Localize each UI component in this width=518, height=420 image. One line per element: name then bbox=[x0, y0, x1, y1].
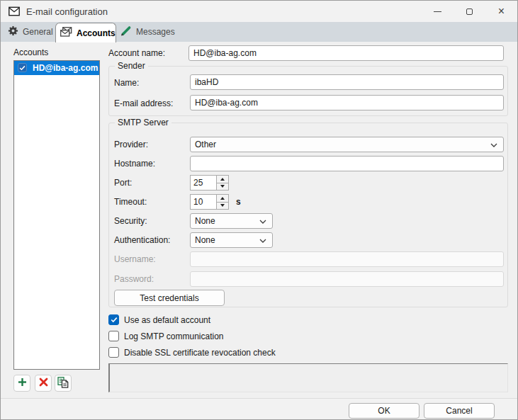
username-label: Username: bbox=[114, 254, 156, 264]
tab-accounts-label: Accounts bbox=[77, 28, 116, 38]
delete-x-icon bbox=[39, 378, 48, 389]
sender-legend: Sender bbox=[115, 61, 148, 71]
username-input bbox=[190, 251, 504, 267]
authentication-value: None bbox=[195, 235, 215, 245]
provider-value: Other bbox=[195, 140, 216, 149]
tab-general-label: General bbox=[23, 27, 53, 37]
sender-name-input[interactable] bbox=[190, 74, 504, 90]
port-stepper[interactable]: 25 bbox=[190, 175, 229, 191]
port-down-button[interactable] bbox=[217, 183, 228, 191]
accounts-envelope-icon bbox=[60, 27, 72, 39]
account-checked-icon[interactable] bbox=[18, 63, 27, 72]
minimize-icon bbox=[434, 11, 441, 12]
accounts-panel-header: Accounts bbox=[13, 47, 48, 57]
provider-select[interactable]: Other bbox=[190, 137, 504, 152]
tab-accounts[interactable]: Accounts bbox=[55, 23, 116, 42]
accounts-listbox[interactable]: HD@iba-ag.com bbox=[13, 60, 100, 370]
footer-bar: OK Cancel bbox=[1, 398, 517, 420]
timeout-label: Timeout: bbox=[114, 197, 147, 207]
timeout-value: 10 bbox=[191, 195, 216, 209]
timeout-down-button[interactable] bbox=[217, 203, 228, 210]
maximize-icon bbox=[466, 8, 473, 15]
check-icon bbox=[111, 317, 118, 323]
chevron-down-icon bbox=[259, 235, 266, 245]
close-icon: × bbox=[498, 6, 505, 17]
use-default-account-checkbox[interactable] bbox=[108, 314, 119, 325]
smtp-legend: SMTP Server bbox=[115, 118, 171, 127]
envelope-icon bbox=[9, 6, 20, 18]
port-value: 25 bbox=[191, 176, 216, 190]
authentication-label: Authentication: bbox=[114, 235, 170, 245]
account-list-item[interactable]: HD@iba-ag.com bbox=[14, 61, 99, 75]
test-credentials-button[interactable]: Test credentials bbox=[114, 290, 225, 306]
disable-ssl-check-label: Disable SSL certificate revocation check bbox=[124, 348, 276, 358]
authentication-select[interactable]: None bbox=[190, 232, 273, 248]
copy-account-button[interactable] bbox=[55, 375, 72, 392]
port-label: Port: bbox=[114, 178, 132, 188]
status-message-panel bbox=[108, 363, 508, 392]
timeout-up-button[interactable] bbox=[217, 195, 228, 203]
timeout-stepper[interactable]: 10 bbox=[190, 194, 229, 210]
email-configuration-window: E-mail configuration × General bbox=[0, 0, 518, 420]
sender-name-label: Name: bbox=[114, 78, 139, 88]
delete-account-button[interactable] bbox=[35, 375, 52, 392]
hostname-input[interactable] bbox=[190, 156, 504, 171]
password-label: Password: bbox=[114, 274, 154, 284]
port-up-button[interactable] bbox=[217, 176, 228, 183]
hostname-label: Hostname: bbox=[114, 159, 155, 169]
close-button[interactable]: × bbox=[485, 1, 517, 22]
provider-label: Provider: bbox=[114, 140, 148, 149]
tab-general[interactable]: General bbox=[4, 22, 57, 42]
tab-messages-label: Messages bbox=[136, 27, 175, 37]
chevron-down-icon bbox=[490, 140, 497, 149]
tabstrip: General Accounts Messages bbox=[1, 22, 517, 42]
security-value: None bbox=[195, 216, 215, 226]
account-name-input[interactable] bbox=[188, 45, 504, 61]
sender-email-input[interactable] bbox=[190, 95, 504, 110]
copy-icon bbox=[57, 377, 69, 390]
password-input bbox=[190, 271, 504, 287]
window-title: E-mail configuration bbox=[26, 6, 108, 17]
gear-icon bbox=[8, 25, 18, 38]
security-label: Security: bbox=[114, 216, 147, 226]
titlebar[interactable]: E-mail configuration × bbox=[1, 1, 517, 22]
use-default-account-label: Use as default account bbox=[124, 315, 210, 325]
log-smtp-label: Log SMTP communication bbox=[124, 331, 224, 341]
maximize-button[interactable] bbox=[454, 1, 485, 22]
security-select[interactable]: None bbox=[190, 213, 273, 229]
disable-ssl-check-checkbox[interactable] bbox=[108, 347, 119, 358]
timeout-unit-label: s bbox=[236, 197, 241, 207]
ok-button[interactable]: OK bbox=[349, 403, 420, 419]
minimize-button[interactable] bbox=[422, 1, 454, 22]
cancel-button[interactable]: Cancel bbox=[424, 403, 495, 419]
pencil-icon bbox=[120, 25, 132, 39]
tab-messages[interactable]: Messages bbox=[116, 22, 179, 42]
account-name-label: Account name: bbox=[108, 48, 165, 58]
chevron-down-icon bbox=[259, 216, 266, 226]
account-item-label: HD@iba-ag.com bbox=[33, 63, 98, 73]
log-smtp-checkbox[interactable] bbox=[108, 331, 119, 341]
add-account-button[interactable] bbox=[13, 375, 30, 392]
sender-email-label: E-mail address: bbox=[114, 98, 173, 108]
plus-icon bbox=[18, 378, 27, 389]
